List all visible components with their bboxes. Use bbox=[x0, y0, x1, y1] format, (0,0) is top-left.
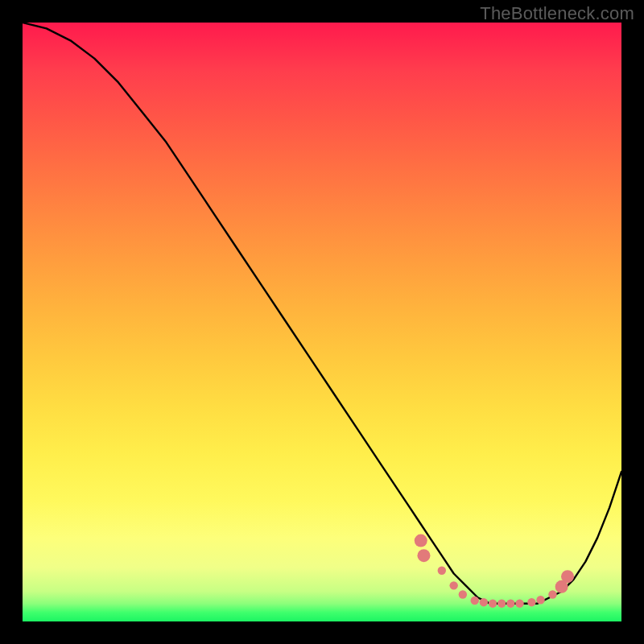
optimal-dot bbox=[536, 596, 544, 604]
optimal-dot bbox=[438, 567, 446, 575]
optimal-dot bbox=[449, 581, 457, 589]
optimal-dot bbox=[417, 549, 430, 562]
optimal-dot bbox=[459, 590, 467, 598]
optimal-dot bbox=[415, 535, 427, 547]
bottleneck-curve-line bbox=[23, 23, 621, 604]
optimal-range-dots-group bbox=[415, 535, 574, 608]
plot-area bbox=[23, 23, 621, 621]
optimal-dot bbox=[527, 598, 535, 606]
optimal-dot bbox=[561, 570, 574, 583]
chart-frame: TheBottleneck.com bbox=[0, 0, 644, 644]
optimal-dot bbox=[480, 598, 488, 606]
optimal-dot bbox=[515, 599, 523, 607]
optimal-dot bbox=[489, 599, 497, 607]
optimal-dot bbox=[548, 590, 556, 598]
optimal-dot bbox=[497, 599, 506, 607]
curve-layer bbox=[23, 23, 621, 621]
optimal-dot bbox=[506, 599, 514, 607]
watermark-text: TheBottleneck.com bbox=[480, 3, 634, 24]
optimal-dot bbox=[471, 597, 479, 605]
